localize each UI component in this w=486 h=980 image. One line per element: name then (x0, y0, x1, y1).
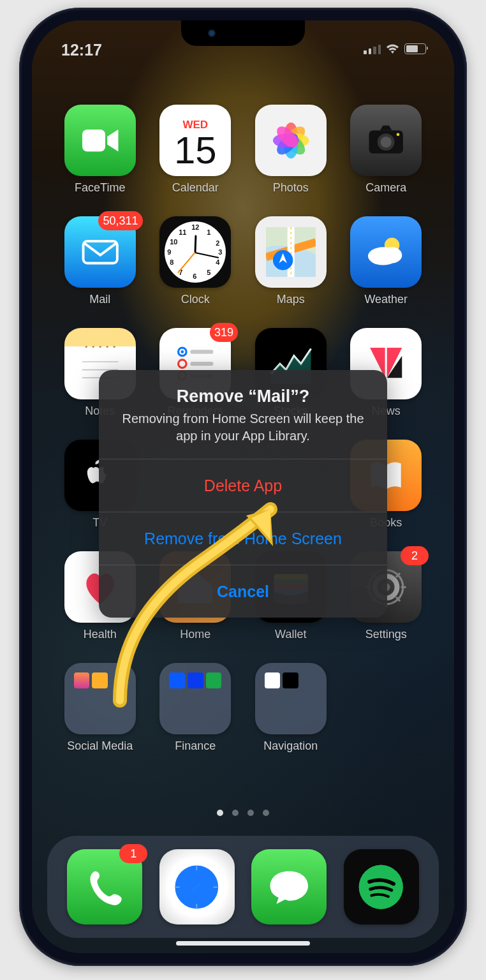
remove-app-alert: Remove “Mail”? Removing from Home Screen… (99, 370, 387, 618)
folder-social-media[interactable]: Social Media (63, 663, 138, 753)
svg-point-12 (397, 133, 400, 136)
app-spotify[interactable] (344, 849, 419, 924)
app-label: Mail (89, 293, 110, 306)
screen: 12:17 FaceTime WED 15 (32, 20, 454, 953)
folder-navigation[interactable]: Navigation (253, 663, 328, 753)
remove-from-home-button[interactable]: Remove from Home Screen (99, 512, 387, 565)
app-facetime[interactable]: FaceTime (63, 105, 138, 195)
battery-icon (404, 43, 426, 54)
svg-point-23 (92, 346, 94, 348)
alert-message: Removing from Home Screen will keep the … (114, 410, 372, 445)
app-label: FaceTime (75, 181, 125, 195)
app-label: Calendar (172, 181, 219, 195)
app-calendar[interactable]: WED 15 Calendar (158, 105, 233, 195)
maps-icon (255, 216, 327, 288)
app-label: Finance (175, 739, 216, 753)
svg-point-22 (85, 346, 87, 348)
app-safari[interactable] (159, 849, 235, 924)
svg-point-11 (381, 137, 392, 147)
status-indicators (364, 43, 426, 54)
delete-app-button[interactable]: Delete App (99, 459, 387, 512)
calendar-icon: WED 15 (159, 105, 231, 176)
spotify-icon (344, 849, 419, 924)
facetime-icon (64, 105, 136, 176)
app-label: Photos (273, 181, 309, 195)
app-maps[interactable]: Maps (253, 216, 328, 306)
page-indicator[interactable] (32, 810, 454, 816)
clock-icon: 12 1 2 3 4 5 6 7 8 9 10 11 (159, 216, 231, 288)
app-clock[interactable]: 12 1 2 3 4 5 6 7 8 9 10 11 (158, 216, 233, 306)
cancel-button[interactable]: Cancel (99, 565, 387, 618)
app-camera[interactable]: Camera (349, 105, 424, 195)
notch (181, 20, 305, 46)
app-messages[interactable] (251, 849, 327, 924)
app-label: Maps (277, 293, 305, 306)
alert-header: Remove “Mail”? Removing from Home Screen… (99, 370, 387, 459)
app-label: Navigation (263, 739, 318, 753)
app-label: Weather (364, 293, 408, 306)
svg-point-25 (106, 346, 108, 348)
svg-rect-0 (82, 130, 105, 151)
alert-title: Remove “Mail”? (114, 387, 372, 406)
app-label: Camera (365, 181, 406, 195)
app-label: Health (84, 628, 117, 641)
svg-point-18 (382, 247, 402, 263)
svg-point-30 (179, 360, 187, 368)
wifi-icon (386, 44, 399, 54)
badge-count: 50,311 (98, 211, 142, 230)
svg-point-26 (113, 346, 115, 348)
messages-icon (251, 849, 327, 924)
app-photos[interactable]: Photos (253, 105, 328, 195)
safari-icon (159, 849, 235, 924)
svg-point-24 (99, 346, 101, 348)
cellular-signal-icon (364, 44, 381, 54)
app-weather[interactable]: Weather (349, 216, 424, 306)
badge-count: 319 (210, 323, 238, 342)
photos-icon (255, 105, 327, 176)
svg-rect-31 (190, 362, 213, 366)
folder-icon (255, 663, 327, 734)
status-time: 12:17 (61, 41, 102, 59)
folder-finance[interactable]: Finance (158, 663, 233, 753)
app-label: Settings (365, 628, 407, 641)
app-label: Home (180, 628, 210, 641)
app-label: Social Media (67, 739, 133, 753)
app-mail[interactable]: 50,311 Mail (63, 216, 138, 306)
svg-rect-13 (83, 241, 117, 263)
folder-icon (159, 663, 231, 734)
badge-count: 1 (119, 844, 147, 863)
camera-icon (350, 105, 422, 176)
folder-icon (64, 663, 136, 734)
app-phone[interactable]: 1 (67, 849, 142, 924)
home-indicator[interactable] (176, 941, 310, 946)
calendar-day: 15 (174, 131, 217, 170)
badge-count: 2 (401, 546, 429, 565)
phone-frame: 12:17 FaceTime WED 15 (19, 8, 467, 966)
app-label: Wallet (275, 628, 306, 641)
weather-icon (350, 216, 422, 288)
app-label: Clock (181, 293, 210, 306)
dock: 1 (47, 836, 439, 938)
svg-rect-29 (190, 350, 213, 353)
svg-point-28 (181, 350, 184, 353)
